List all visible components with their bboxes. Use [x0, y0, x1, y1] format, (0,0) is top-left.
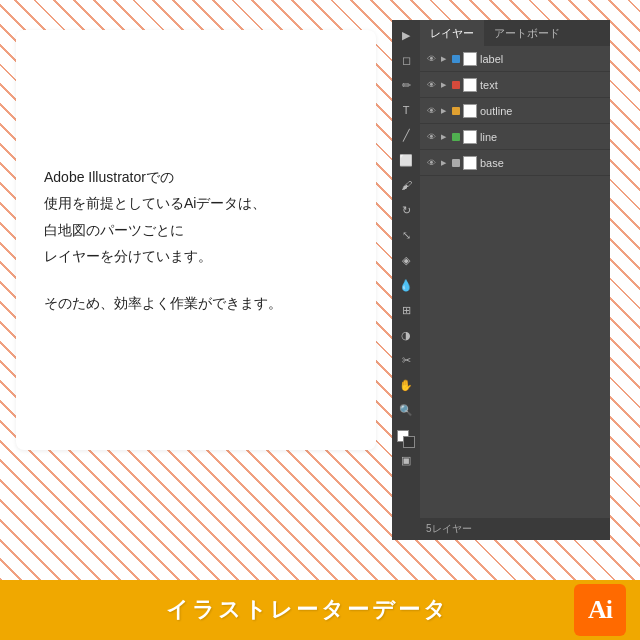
toolbar-blend-icon[interactable]: ◈ [395, 249, 417, 271]
layer-swatch-base [452, 159, 460, 167]
toolbar-scissors-icon[interactable]: ✂ [395, 349, 417, 371]
layer-item-text[interactable]: 👁 ▶ text [420, 72, 610, 98]
ai-right-content: レイヤー アートボード 👁 ▶ label [420, 20, 610, 540]
layer-item-line[interactable]: 👁 ▶ line [420, 124, 610, 150]
toolbar-eyedropper-icon[interactable]: 💧 [395, 274, 417, 296]
layer-visibility-line[interactable]: 👁 [424, 130, 438, 144]
layer-name-line: line [480, 131, 604, 143]
layer-name-label: label [480, 53, 604, 65]
description-card: Adobe Illustratorでの 使用を前提としているAiデータは、 白地… [16, 30, 376, 450]
layer-name-outline: outline [480, 105, 604, 117]
layer-arrow-outline: ▶ [441, 107, 449, 115]
toolbar-rotate-icon[interactable]: ↻ [395, 199, 417, 221]
illustrator-panel: ▶ ◻ ✏ T ╱ ⬜ 🖌 ↻ ⤡ ◈ 💧 ⊞ ◑ ✂ ✋ 🔍 [392, 20, 610, 564]
tab-artboard[interactable]: アートボード [484, 20, 570, 46]
toolbar-scale-icon[interactable]: ⤡ [395, 224, 417, 246]
ai-logo-text: Ai [588, 595, 612, 625]
panel-status-bar: 5レイヤー [420, 518, 610, 540]
toolbar-screenmode-icon[interactable]: ▣ [395, 449, 417, 471]
layer-item-base[interactable]: 👁 ▶ base [420, 150, 610, 176]
description-paragraph-2: そのため、効率よく作業ができます。 [44, 290, 348, 317]
toolbar-type-icon[interactable]: T [395, 99, 417, 121]
layer-thumb-label [463, 52, 477, 66]
layer-arrow-base: ▶ [441, 159, 449, 167]
layer-name-base: base [480, 157, 604, 169]
layer-thumb-line [463, 130, 477, 144]
tab-layers[interactable]: レイヤー [420, 20, 484, 46]
layer-swatch-line [452, 133, 460, 141]
toolbar-zoom-icon[interactable]: 🔍 [395, 399, 417, 421]
layer-name-text: text [480, 79, 604, 91]
layer-thumb-outline [463, 104, 477, 118]
toolbar-select-icon[interactable]: ▶ [395, 24, 417, 46]
toolbar-gradient-icon[interactable]: ◑ [395, 324, 417, 346]
bottom-bar-text: イラストレーターデータ [0, 595, 574, 625]
ai-panel-wrapper: ▶ ◻ ✏ T ╱ ⬜ 🖌 ↻ ⤡ ◈ 💧 ⊞ ◑ ✂ ✋ 🔍 [392, 20, 610, 540]
layer-arrow-line: ▶ [441, 133, 449, 141]
layer-thumb-base [463, 156, 477, 170]
layer-visibility-text[interactable]: 👁 [424, 78, 438, 92]
toolbar-fill-stroke[interactable] [397, 430, 415, 448]
ai-logo: Ai [574, 584, 626, 636]
toolbar-rect-icon[interactable]: ⬜ [395, 149, 417, 171]
ai-left-toolbar: ▶ ◻ ✏ T ╱ ⬜ 🖌 ↻ ⤡ ◈ 💧 ⊞ ◑ ✂ ✋ 🔍 [392, 20, 420, 540]
layer-visibility-base[interactable]: 👁 [424, 156, 438, 170]
layer-arrow-label: ▶ [441, 55, 449, 63]
layer-swatch-outline [452, 107, 460, 115]
toolbar-pen-icon[interactable]: ✏ [395, 74, 417, 96]
layer-arrow-text: ▶ [441, 81, 449, 89]
toolbar-brush-icon[interactable]: 🖌 [395, 174, 417, 196]
layer-visibility-label[interactable]: 👁 [424, 52, 438, 66]
toolbar-direct-icon[interactable]: ◻ [395, 49, 417, 71]
toolbar-line-icon[interactable]: ╱ [395, 124, 417, 146]
layer-item-outline[interactable]: 👁 ▶ outline [420, 98, 610, 124]
description-paragraph-1: Adobe Illustratorでの 使用を前提としているAiデータは、 白地… [44, 164, 348, 270]
toolbar-hand-icon[interactable]: ✋ [395, 374, 417, 396]
bottom-bar: イラストレーターデータ Ai [0, 580, 640, 640]
layers-content: 👁 ▶ label 👁 ▶ text [420, 46, 610, 518]
panel-status-text: 5レイヤー [426, 522, 472, 536]
layer-swatch-label [452, 55, 460, 63]
layer-swatch-text [452, 81, 460, 89]
layer-item-label[interactable]: 👁 ▶ label [420, 46, 610, 72]
ai-tabs-row: レイヤー アートボード [420, 20, 610, 46]
layer-visibility-outline[interactable]: 👁 [424, 104, 438, 118]
main-container: Adobe Illustratorでの 使用を前提としているAiデータは、 白地… [0, 0, 640, 640]
layer-thumb-text [463, 78, 477, 92]
toolbar-mesh-icon[interactable]: ⊞ [395, 299, 417, 321]
content-area: Adobe Illustratorでの 使用を前提としているAiデータは、 白地… [0, 0, 640, 580]
